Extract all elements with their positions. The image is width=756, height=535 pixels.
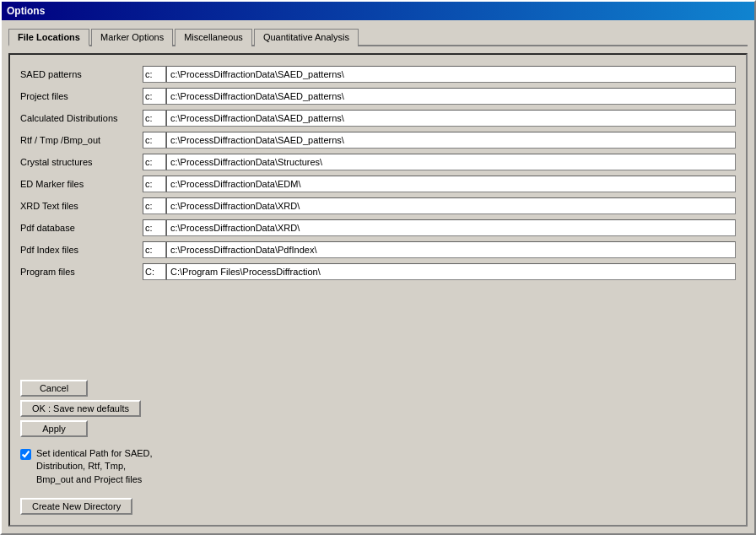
ok-save-button[interactable]: OK : Save new defaults bbox=[20, 400, 141, 417]
field-label: XRD Text files bbox=[20, 201, 143, 211]
table-row: ED Marker files bbox=[20, 175, 736, 193]
field-drive-input[interactable] bbox=[143, 110, 166, 127]
table-row: Pdf Index files bbox=[20, 240, 736, 259]
tab-miscellaneous[interactable]: Miscellaneous bbox=[175, 29, 252, 46]
tab-file-locations[interactable]: File Locations bbox=[8, 29, 89, 46]
field-path-input[interactable] bbox=[166, 219, 736, 236]
tab-bar: File Locations Marker Options Miscellane… bbox=[8, 27, 748, 46]
table-row: Program files bbox=[20, 262, 736, 281]
table-row: Crystal structures bbox=[20, 153, 736, 171]
field-label: Calculated Distributions bbox=[20, 113, 143, 123]
field-label: Program files bbox=[20, 267, 143, 277]
field-path-input[interactable] bbox=[166, 241, 736, 258]
field-drive-input[interactable] bbox=[143, 176, 166, 192]
field-drive-input[interactable] bbox=[143, 241, 166, 258]
field-drive-input[interactable] bbox=[143, 263, 166, 280]
field-drive-input[interactable] bbox=[143, 132, 166, 149]
tab-quantitative-analysis[interactable]: Quantitative Analysis bbox=[254, 29, 359, 46]
same-path-label: Set identical Path for SAED,Distribution… bbox=[36, 447, 153, 486]
window-title: Options bbox=[7, 5, 45, 17]
table-row: Pdf database bbox=[20, 219, 736, 237]
field-path-input[interactable] bbox=[166, 132, 736, 149]
table-row: Calculated Distributions bbox=[20, 109, 736, 127]
field-drive-input[interactable] bbox=[143, 197, 166, 214]
apply-button[interactable]: Apply bbox=[20, 420, 88, 437]
table-row: XRD Text files bbox=[20, 197, 736, 215]
field-path-input[interactable] bbox=[166, 154, 736, 170]
field-path-input[interactable] bbox=[166, 88, 736, 105]
field-label: Rtf / Tmp /Bmp_out bbox=[20, 135, 143, 145]
field-label: SAED patterns bbox=[20, 69, 143, 79]
field-path-input[interactable] bbox=[166, 110, 736, 127]
field-drive-input[interactable] bbox=[143, 66, 166, 83]
table-row: Rtf / Tmp /Bmp_out bbox=[20, 131, 736, 149]
field-label: Project files bbox=[20, 91, 143, 101]
field-path-input[interactable] bbox=[166, 66, 736, 83]
field-label: Pdf database bbox=[20, 223, 143, 233]
cancel-button[interactable]: Cancel bbox=[20, 380, 88, 397]
same-path-checkbox[interactable] bbox=[20, 449, 31, 460]
field-label: Crystal structures bbox=[20, 157, 143, 167]
field-drive-input[interactable] bbox=[143, 219, 166, 236]
fields-area: SAED patternsProject filesCalculated Dis… bbox=[20, 65, 736, 366]
main-panel: SAED patternsProject filesCalculated Dis… bbox=[8, 53, 748, 527]
field-drive-input[interactable] bbox=[143, 88, 166, 105]
tab-marker-options[interactable]: Marker Options bbox=[91, 29, 173, 46]
buttons-area: Cancel OK : Save new defaults Apply Set … bbox=[20, 380, 736, 515]
field-label: ED Marker files bbox=[20, 179, 143, 189]
field-label: Pdf Index files bbox=[20, 245, 143, 255]
table-row: Project files bbox=[20, 87, 736, 105]
options-window: Options File Locations Marker Options Mi… bbox=[0, 0, 756, 535]
create-new-directory-button[interactable]: Create New Directory bbox=[20, 498, 132, 515]
field-drive-input[interactable] bbox=[143, 154, 166, 170]
title-bar: Options bbox=[2, 2, 754, 20]
field-path-input[interactable] bbox=[166, 176, 736, 192]
checkbox-row: Set identical Path for SAED,Distribution… bbox=[20, 447, 153, 486]
table-row: SAED patterns bbox=[20, 65, 736, 84]
field-path-input[interactable] bbox=[166, 197, 736, 214]
field-path-input[interactable] bbox=[166, 263, 736, 280]
